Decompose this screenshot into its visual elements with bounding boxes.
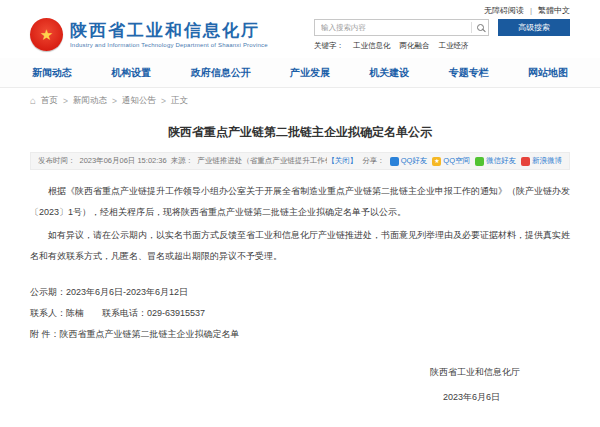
keyword-link-integration[interactable]: 两化融合 [400, 41, 430, 51]
search-box [314, 19, 489, 36]
source-value: 产业链推进处（省重点产业链提升工作领导小组办公室）） [197, 156, 327, 166]
site-title-english: Industry and Information Technology Depa… [70, 42, 268, 48]
nav-item-news[interactable]: 新闻动态 [32, 66, 72, 80]
share-qq-friend-label: QQ好友 [401, 156, 428, 166]
breadcrumb-home[interactable]: 首页 [41, 95, 58, 107]
keywords-label: 关键字： [314, 41, 344, 51]
accessibility-link[interactable]: 无障碍阅读 [484, 5, 524, 16]
qzone-icon: ★ [432, 157, 441, 166]
share-label: 分享： [362, 156, 385, 166]
search-input[interactable] [321, 23, 471, 32]
nav-item-sitemap[interactable]: 网站地图 [528, 66, 568, 80]
breadcrumb-notices[interactable]: 通知公告 [122, 95, 156, 107]
attachment-link[interactable]: 陕西省重点产业链第二批链主企业拟确定名单 [60, 329, 240, 339]
page-title: 陕西省重点产业链第二批链主企业拟确定名单公示 [30, 124, 570, 141]
contact-info: 联系人：陈楠 联系电话：029-63915537 [30, 303, 570, 324]
search-icon-wrap[interactable] [471, 22, 484, 33]
nav-item-industry-development[interactable]: 产业发展 [290, 66, 330, 80]
close-button[interactable]: 【关闭】 [327, 156, 357, 166]
national-emblem-icon: ★ [30, 18, 63, 51]
share-weibo-label: 新浪微博 [532, 156, 562, 166]
wechat-icon [475, 157, 484, 166]
search-row: 高级搜索 [314, 19, 570, 36]
public-notice-period: 公示期：2023年6月6日-2023年6月12日 [30, 282, 570, 303]
site-header: ★ 陕西省工业和信息化厅 Industry and Information Te… [0, 16, 600, 58]
nav-item-special-columns[interactable]: 专题专栏 [449, 66, 489, 80]
qq-icon [390, 157, 399, 166]
emblem-star-icon: ★ [40, 27, 53, 42]
topbar-divider: | [530, 6, 532, 15]
primary-nav: 新闻动态 机构设置 政府信息公开 产业发展 机关建设 专题专栏 网站地图 [0, 58, 600, 88]
weibo-icon [521, 157, 530, 166]
share-qzone[interactable]: ★ QQ空间 [432, 156, 470, 166]
breadcrumb-separator: > [112, 96, 117, 106]
breadcrumb-separator: > [161, 96, 166, 106]
site-brand[interactable]: ★ 陕西省工业和信息化厅 Industry and Information Te… [30, 18, 268, 51]
article-meta-left: 发布时间： 2023年06月06日 15:02:36 来源： 产业链推进处（省重… [38, 156, 327, 166]
traditional-chinese-link[interactable]: 繁體中文 [538, 5, 570, 16]
brand-text: 陕西省工业和信息化厅 Industry and Information Tech… [70, 21, 268, 48]
share-wechat[interactable]: 微信好友 [475, 156, 516, 166]
breadcrumb-current: 正文 [171, 95, 188, 107]
article-meta-bar: 发布时间： 2023年06月06日 15:02:36 来源： 产业链推进处（省重… [30, 152, 570, 170]
publish-time-value: 2023年06月06日 15:02:36 [80, 156, 167, 166]
search-icon [477, 24, 484, 31]
article-paragraph-1: 根据《陕西省重点产业链提升工作领导小组办公室关于开展全省制造业重点产业链第二批链… [30, 181, 570, 223]
signature-department: 陕西省工业和信息化厅 [30, 366, 570, 379]
notice-info-block: 公示期：2023年6月6日-2023年6月12日 联系人：陈楠 联系电话：029… [30, 282, 570, 345]
article-meta-right: 【关闭】 分享： QQ好友 ★ QQ空间 微信好友 新浪微博 [327, 156, 562, 166]
top-utility-bar: 无障碍阅读 | 繁體中文 [0, 0, 600, 16]
share-weibo[interactable]: 新浪微博 [521, 156, 562, 166]
keyword-link-industrial-economy[interactable]: 工业经济 [439, 41, 469, 51]
nav-item-agency-building[interactable]: 机关建设 [369, 66, 409, 80]
nav-item-gov-info[interactable]: 政府信息公开 [191, 66, 251, 80]
share-qq-friend[interactable]: QQ好友 [390, 156, 428, 166]
breadcrumb: ⌂ 首页 > 新闻动态 > 通知公告 > 正文 [0, 88, 600, 114]
keyword-link-industry-informatization[interactable]: 工业信息化 [353, 41, 391, 51]
page: 无障碍阅读 | 繁體中文 ★ 陕西省工业和信息化厅 Industry and I… [0, 0, 600, 427]
publish-time-label: 发布时间： [38, 156, 76, 166]
breadcrumb-separator: > [63, 96, 68, 106]
search-area: 高级搜索 关键字： 工业信息化 两化融合 工业经济 [314, 19, 570, 51]
nav-item-organization[interactable]: 机构设置 [111, 66, 151, 80]
share-qzone-label: QQ空间 [443, 156, 470, 166]
hot-keywords: 关键字： 工业信息化 两化融合 工业经济 [314, 41, 469, 51]
advanced-search-button[interactable]: 高级搜索 [498, 19, 570, 36]
share-wechat-label: 微信好友 [486, 156, 516, 166]
attachment-label: 附 件： [30, 329, 60, 339]
signature-date: 2023年6月6日 [30, 391, 570, 404]
home-icon: ⌂ [30, 96, 36, 106]
breadcrumb-news[interactable]: 新闻动态 [73, 95, 107, 107]
article: 陕西省重点产业链第二批链主企业拟确定名单公示 发布时间： 2023年06月06日… [0, 124, 600, 404]
site-title: 陕西省工业和信息化厅 [70, 21, 268, 40]
article-paragraph-2: 如有异议，请在公示期内，以实名书面方式反馈至省工业和信息化厅产业链推进处，书面意… [30, 225, 570, 267]
source-label: 来源： [171, 156, 194, 166]
attachment-line: 附 件：陕西省重点产业链第二批链主企业拟确定名单 [30, 324, 570, 345]
